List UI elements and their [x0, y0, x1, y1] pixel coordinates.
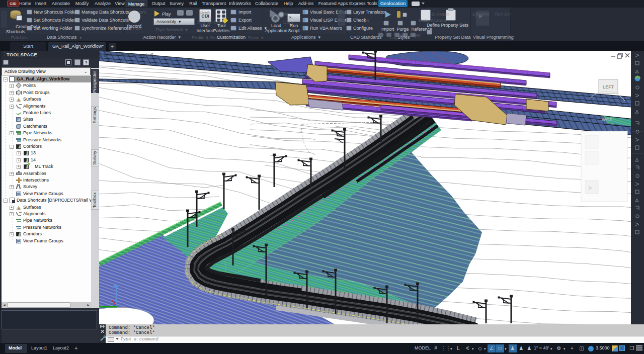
svg-text:LEFT: LEFT — [603, 84, 614, 90]
svg-text:[-][Custom View][Conceptual]: [-][Custom View][Conceptual] — [101, 52, 153, 57]
svg-text:WCS: WCS — [602, 117, 612, 122]
